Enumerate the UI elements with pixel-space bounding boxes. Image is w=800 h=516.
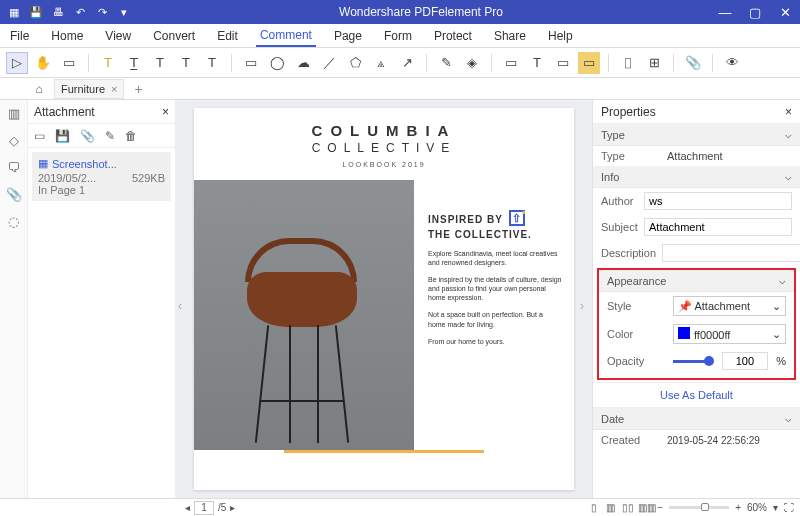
save-attachment-icon[interactable]: 💾	[55, 129, 70, 143]
hand-tool-icon[interactable]: ✋	[32, 52, 54, 74]
oval-tool-icon[interactable]: ◯	[266, 52, 288, 74]
caret-tool-icon[interactable]: T	[175, 52, 197, 74]
polygon-tool-icon[interactable]: ⬠	[344, 52, 366, 74]
zoom-in-button[interactable]: +	[735, 502, 741, 513]
add-attachment-icon[interactable]: 📎	[80, 129, 95, 143]
pin-icon: 📌	[678, 300, 692, 312]
close-button[interactable]: ✕	[770, 5, 800, 20]
search-icon[interactable]: ◌	[8, 214, 19, 229]
app-icon: ▦	[6, 4, 22, 20]
menu-view[interactable]: View	[101, 26, 135, 46]
page-number-input[interactable]: 1	[194, 501, 214, 515]
polyline-tool-icon[interactable]: ⟁	[370, 52, 392, 74]
add-tab-button[interactable]: +	[130, 81, 146, 97]
attachment-tool-icon[interactable]: 📎	[682, 52, 704, 74]
prev-page-icon[interactable]: ‹	[178, 299, 188, 317]
zoom-value[interactable]: 60%	[747, 502, 767, 513]
section-appearance[interactable]: Appearance⌵	[599, 270, 794, 292]
save-icon[interactable]: 💾	[28, 4, 44, 20]
use-as-default-button[interactable]: Use As Default	[593, 382, 800, 408]
zoom-dropdown-icon[interactable]: ▾	[773, 502, 778, 513]
menu-edit[interactable]: Edit	[213, 26, 242, 46]
open-attachment-icon[interactable]: ▭	[34, 129, 45, 143]
underline-tool-icon[interactable]: T̲	[123, 52, 145, 74]
style-select[interactable]: 📌 Attachment⌄	[673, 296, 786, 316]
callout-tool-icon[interactable]: ▭	[552, 52, 574, 74]
textbox-tool-icon[interactable]: ▭	[500, 52, 522, 74]
tab-close-icon[interactable]: ×	[111, 83, 117, 95]
opacity-input[interactable]	[722, 352, 769, 370]
select-tool-icon[interactable]: ▷	[6, 52, 28, 74]
attachment-item[interactable]: ▦Screenshot... 2019/05/2...529KB In Page…	[32, 152, 171, 201]
home-icon[interactable]: ⌂	[30, 82, 48, 96]
facing-icon[interactable]: ▯▯	[621, 501, 635, 514]
continuous-icon[interactable]: ▥	[604, 501, 618, 514]
highlight-tool-icon[interactable]: T	[97, 52, 119, 74]
author-input[interactable]	[644, 192, 792, 210]
print-icon[interactable]: 🖶	[50, 4, 66, 20]
squiggly-tool-icon[interactable]: T	[201, 52, 223, 74]
page-navigator: ◂ 1 /5 ▸	[185, 501, 235, 515]
menu-form[interactable]: Form	[380, 26, 416, 46]
redo-icon[interactable]: ↷	[94, 4, 110, 20]
menu-convert[interactable]: Convert	[149, 26, 199, 46]
cloud-tool-icon[interactable]: ☁	[292, 52, 314, 74]
pencil-tool-icon[interactable]: ✎	[435, 52, 457, 74]
delete-attachment-icon[interactable]: 🗑	[125, 129, 137, 143]
doc-text: INSPIRED BY ⇧THE COLLECTIVE. Explore Sca…	[414, 180, 574, 450]
edit-attachment-icon[interactable]: ✎	[105, 129, 115, 143]
typewriter-tool-icon[interactable]: T	[526, 52, 548, 74]
menu-file[interactable]: File	[6, 26, 33, 46]
custom-stamp-tool-icon[interactable]: ⊞	[643, 52, 665, 74]
attachments-icon[interactable]: 📎	[6, 187, 22, 202]
strikethrough-tool-icon[interactable]: T	[149, 52, 171, 74]
maximize-button[interactable]: ▢	[740, 5, 770, 20]
author-label: Author	[601, 195, 638, 207]
hide-annotations-icon[interactable]: 👁	[721, 52, 743, 74]
section-info[interactable]: Info⌵	[593, 166, 800, 188]
stamp-tool-icon[interactable]: ⌷	[617, 52, 639, 74]
undo-icon[interactable]: ↶	[72, 4, 88, 20]
comments-icon[interactable]: 🗨	[7, 160, 20, 175]
properties-header: Properties ×	[593, 100, 800, 124]
document-canvas[interactable]: ‹ › COLUMBIA COLLECTIVE LOOKBOOK 2019 IN…	[176, 100, 592, 498]
description-input[interactable]	[662, 244, 800, 262]
single-page-icon[interactable]: ▯	[587, 501, 601, 514]
continuous-facing-icon[interactable]: ▥▥	[637, 501, 651, 514]
next-page-icon[interactable]: ›	[580, 299, 590, 317]
rectangle-tool-icon[interactable]: ▭	[240, 52, 262, 74]
thumbnails-icon[interactable]: ▥	[8, 106, 20, 121]
subject-input[interactable]	[644, 218, 792, 236]
line-tool-icon[interactable]: ／	[318, 52, 340, 74]
menu-comment[interactable]: Comment	[256, 25, 316, 47]
section-date[interactable]: Date⌵	[593, 408, 800, 430]
zoom-slider[interactable]	[669, 506, 729, 509]
eraser-tool-icon[interactable]: ◈	[461, 52, 483, 74]
minimize-button[interactable]: —	[710, 5, 740, 20]
color-select[interactable]: ff0000ff⌄	[673, 324, 786, 344]
note-tool-icon[interactable]: ▭	[58, 52, 80, 74]
properties-close-icon[interactable]: ×	[785, 105, 792, 119]
fullscreen-icon[interactable]: ⛶	[784, 502, 794, 513]
chevron-down-icon: ⌵	[785, 170, 792, 183]
section-type[interactable]: Type⌵	[593, 124, 800, 146]
next-page-button[interactable]: ▸	[230, 502, 235, 513]
separator	[231, 54, 232, 72]
prev-page-button[interactable]: ◂	[185, 502, 190, 513]
attachment-annotation-icon[interactable]: ⇧	[509, 210, 525, 226]
attachment-panel-title: Attachment	[34, 105, 95, 119]
menu-help[interactable]: Help	[544, 26, 577, 46]
opacity-slider[interactable]	[673, 360, 710, 363]
panel-close-icon[interactable]: ×	[162, 105, 169, 119]
chair-illustration	[239, 220, 369, 420]
area-highlight-tool-icon[interactable]: ▭	[578, 52, 600, 74]
tab-furniture[interactable]: Furniture ×	[54, 79, 124, 99]
qat-dropdown-icon[interactable]: ▾	[116, 4, 132, 20]
menu-page[interactable]: Page	[330, 26, 366, 46]
bookmarks-icon[interactable]: ◇	[9, 133, 19, 148]
menu-share[interactable]: Share	[490, 26, 530, 46]
arrow-tool-icon[interactable]: ↗	[396, 52, 418, 74]
menu-protect[interactable]: Protect	[430, 26, 476, 46]
zoom-out-button[interactable]: −	[657, 502, 663, 513]
menu-home[interactable]: Home	[47, 26, 87, 46]
